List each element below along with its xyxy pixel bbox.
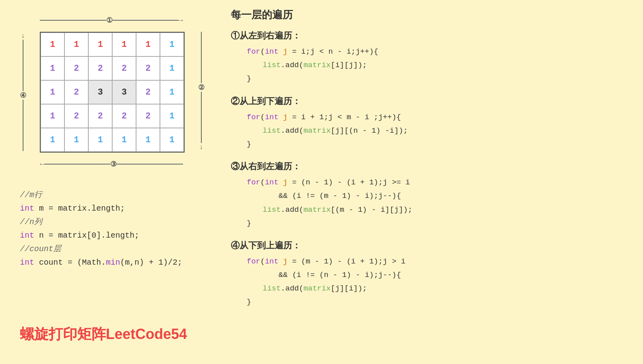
arrow-right-label: ② [198, 83, 205, 92]
matrix-4: matrix [304, 284, 331, 293]
arrow-line-top-right [113, 20, 179, 21]
for-paren-3: ( [260, 178, 265, 187]
right-panel: 每一层的遍历 ①从左到右遍历： for(int j = i;j < n - i;… [223, 8, 627, 356]
brace-2: } [247, 140, 251, 149]
arrow-top-head: → [179, 16, 183, 24]
vert-line-right2 [201, 92, 202, 143]
code-block-3: for(int j = (n - 1) - (i + 1);j >= i && … [247, 176, 627, 230]
for-paren-1: ( [260, 47, 265, 56]
arrow-top: ① → [40, 16, 183, 25]
and-3: && (i != (m - 1) - i);j--){ [279, 192, 401, 200]
brace-3: } [247, 219, 251, 228]
arrow-left-label: ④ [20, 91, 26, 100]
and-4: && (i != (n - 1) - i);j--){ [279, 271, 401, 279]
code-4-line-3: list.add(matrix[j][i]); [263, 282, 627, 295]
code-4-line-4: } [247, 295, 627, 309]
comment-m: //m行 [20, 190, 42, 199]
brace-4: } [247, 298, 251, 306]
code-4-line-1: for(int j = (m - 1) - (i + 1);j > i [247, 255, 627, 268]
cell-3-2: 2 [88, 104, 112, 128]
brace-1: } [247, 74, 251, 83]
code-2-line-3: } [247, 137, 627, 151]
var-j-1: j [279, 47, 292, 56]
code-count-end: (m,n) + 1)/2; [120, 258, 182, 267]
code-n-assign: n = matrix[0].length; [39, 231, 139, 240]
arrow-bottom-label: ③ [110, 160, 117, 168]
idx-3: [(m - 1) - i][j]); [331, 205, 412, 214]
cell-4-4: 1 [136, 128, 160, 152]
traverse-item-3: ③从右到左遍历： for(int j = (n - 1) - (i + 1);j… [231, 161, 627, 230]
cell-3-5: 1 [160, 104, 184, 128]
cell-1-1: 2 [64, 56, 88, 80]
var-j-3: j [279, 178, 292, 187]
cell-0-2: 1 [88, 33, 112, 56]
section-title: 每一层的遍历 [231, 8, 627, 22]
eq-4: = (m - 1) - (i + 1);j > i [292, 257, 405, 266]
cell-4-5: 1 [160, 128, 184, 152]
cell-3-4: 2 [136, 104, 160, 128]
code-1-line-2: list.add(matrix[i][j]); [263, 58, 627, 72]
cell-0-3: 1 [112, 33, 136, 56]
code-block-1: for(int j = i;j < n - i;j++){ list.add(m… [247, 45, 627, 86]
cell-2-5: 1 [160, 80, 184, 104]
cell-0-0: 1 [41, 33, 64, 56]
cell-4-1: 1 [64, 128, 88, 152]
eq-1: = i;j < n - i;j++){ [292, 47, 378, 56]
list-2: list [263, 126, 281, 135]
kw-int-n: int [20, 231, 39, 240]
left-panel: ① → ↓ ④ ② ↓ 1111111222211233211222211111… [16, 8, 223, 356]
traverse-label-3: ③从右到左遍历： [231, 161, 627, 172]
add-1: .add( [281, 61, 304, 70]
code-block-4: for(int j = (m - 1) - (i + 1);j > i && (… [247, 255, 627, 309]
code-2-line-2: list.add(matrix[j][(n - 1) -i]); [263, 124, 627, 137]
arrow-left: ↓ ④ [20, 32, 26, 151]
cell-2-0: 1 [41, 80, 64, 104]
cell-4-0: 1 [41, 128, 64, 152]
cell-2-4: 2 [136, 80, 160, 104]
code-block-2: for(int j = i + 1;j < m - i ;j++){ list.… [247, 110, 627, 151]
code-1-line-3: } [247, 72, 627, 85]
arrow-right: ② ↓ [198, 32, 205, 151]
cell-1-0: 1 [41, 56, 64, 80]
eq-2: = i + 1;j < m - i ;j++){ [292, 113, 401, 122]
cell-2-1: 2 [64, 80, 88, 104]
idx-2: [j][(n - 1) -i]); [331, 126, 408, 135]
code-line-5: //count层 [20, 242, 223, 256]
traverse-label-2: ②从上到下遍历： [231, 95, 627, 107]
code-2-line-1: for(int j = i + 1;j < m - i ;j++){ [247, 110, 627, 124]
for-paren-2: ( [260, 113, 265, 122]
code-min: min [106, 258, 120, 267]
code-line-4: int n = matrix[0].length; [20, 229, 223, 242]
for-kw-3: for [247, 178, 260, 187]
matrix-wrapper: ① → ↓ ④ ② ↓ 1111111222211233211222211111… [40, 32, 185, 153]
list-3: list [263, 205, 281, 214]
traverse-label-4: ④从下到上遍历： [231, 240, 627, 252]
arrow-line-bottom-right [117, 164, 183, 165]
matrix-3: matrix [304, 205, 331, 214]
arrow-bottom-head-left: ← [40, 160, 44, 168]
code-4-line-2: && (i != (n - 1) - i);j--){ [279, 268, 627, 282]
arrow-line-bottom-left [44, 164, 111, 165]
var-j-4: j [279, 257, 292, 266]
vert-line-left2 [23, 100, 23, 151]
cell-2-3: 3 [112, 80, 136, 104]
cell-2-2: 3 [88, 80, 112, 104]
matrix-1: matrix [304, 61, 331, 70]
traverse-item-1: ①从左到右遍历： for(int j = i;j < n - i;j++){ l… [231, 30, 627, 86]
arrow-top-label: ① [106, 16, 113, 25]
add-4: .add( [281, 284, 304, 293]
cell-0-1: 1 [64, 33, 88, 56]
for-kw-1: for [247, 47, 260, 56]
kw-int-count: int [20, 258, 39, 267]
main-container: ① → ↓ ④ ② ↓ 1111111222211233211222211111… [0, 0, 643, 364]
cell-3-1: 2 [64, 104, 88, 128]
code-3-line-2: && (i != (m - 1) - i);j--){ [279, 189, 627, 203]
vert-line-left [23, 40, 23, 91]
comment-count: //count层 [20, 244, 61, 254]
code-line-3: //n列 [20, 215, 223, 229]
arrow-line-top-left [40, 20, 106, 21]
arrow-bottom: ← ③ [40, 160, 183, 168]
cell-4-3: 1 [112, 128, 136, 152]
idx-1: [i][j]); [331, 61, 367, 70]
code-line-6: int count = (Math.min(m,n) + 1)/2; [20, 256, 223, 269]
